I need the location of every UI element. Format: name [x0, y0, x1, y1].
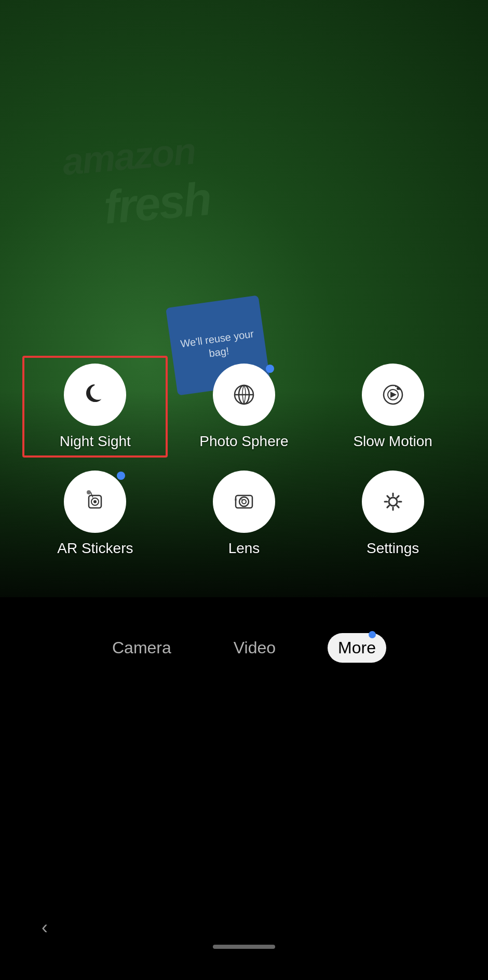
slow-motion-circle-wrapper	[362, 364, 424, 426]
nav-more[interactable]: More	[328, 633, 386, 663]
svg-point-13	[241, 499, 243, 501]
svg-rect-14	[235, 499, 237, 501]
nav-camera-label: Camera	[112, 638, 171, 657]
slow-motion-label: Slow Motion	[353, 433, 432, 450]
mode-night-sight[interactable]: Night Sight	[33, 364, 157, 450]
svg-point-9	[87, 490, 91, 494]
lens-circle-wrapper	[213, 471, 275, 533]
screen: amazon fresh We'll reuse your bag!	[0, 0, 488, 980]
svg-point-11	[239, 497, 249, 506]
moon-icon	[82, 381, 109, 408]
nav-pill	[213, 945, 275, 949]
mode-slow-motion[interactable]: Slow Motion	[331, 364, 455, 450]
nav-more-blue-dot	[369, 631, 376, 638]
night-sight-circle-wrapper	[64, 364, 126, 426]
mode-settings[interactable]: Settings	[331, 471, 455, 557]
modes-row-1: Night Sight Photo	[21, 364, 467, 450]
svg-point-15	[389, 498, 397, 506]
ar-stickers-circle	[64, 471, 126, 533]
lens-circle	[213, 471, 275, 533]
photo-sphere-blue-dot	[266, 365, 274, 373]
modes-row-2: AR Stickers Lens	[21, 471, 467, 557]
back-button[interactable]: ‹	[42, 917, 48, 938]
back-icon: ‹	[42, 917, 48, 938]
slow-motion-circle	[362, 364, 424, 426]
mode-photo-sphere[interactable]: Photo Sphere	[182, 364, 306, 450]
night-sight-label: Night Sight	[60, 433, 131, 450]
lens-label: Lens	[228, 540, 260, 557]
reuse-tag-text: We'll reuse your bag!	[175, 326, 261, 365]
svg-line-23	[387, 506, 389, 508]
svg-line-20	[387, 496, 389, 498]
nav-more-label: More	[338, 638, 376, 657]
lens-icon	[231, 488, 257, 515]
ar-stickers-circle-wrapper	[64, 471, 126, 533]
gear-icon	[379, 488, 406, 515]
settings-label: Settings	[367, 540, 419, 557]
settings-circle-wrapper	[362, 471, 424, 533]
modes-grid: Night Sight Photo	[0, 364, 488, 578]
settings-circle	[362, 471, 424, 533]
black-bottom	[0, 679, 488, 980]
ar-stickers-blue-dot	[117, 472, 125, 480]
night-sight-circle	[64, 364, 126, 426]
svg-point-8	[93, 500, 97, 503]
ar-stickers-icon	[82, 488, 109, 515]
ar-stickers-label: AR Stickers	[57, 540, 133, 557]
photo-sphere-circle-wrapper	[213, 364, 275, 426]
photo-sphere-circle	[213, 364, 275, 426]
fresh-text: fresh	[102, 172, 212, 234]
bottom-nav: Camera Video More	[0, 616, 488, 679]
nav-video[interactable]: Video	[223, 633, 286, 663]
svg-line-22	[397, 496, 399, 498]
nav-camera[interactable]: Camera	[102, 633, 182, 663]
nav-video-label: Video	[234, 638, 276, 657]
sphere-icon	[231, 381, 257, 408]
slow-motion-icon	[379, 381, 406, 408]
svg-line-21	[397, 506, 399, 508]
mode-ar-stickers[interactable]: AR Stickers	[33, 471, 157, 557]
photo-sphere-label: Photo Sphere	[199, 433, 288, 450]
mode-lens[interactable]: Lens	[182, 471, 306, 557]
